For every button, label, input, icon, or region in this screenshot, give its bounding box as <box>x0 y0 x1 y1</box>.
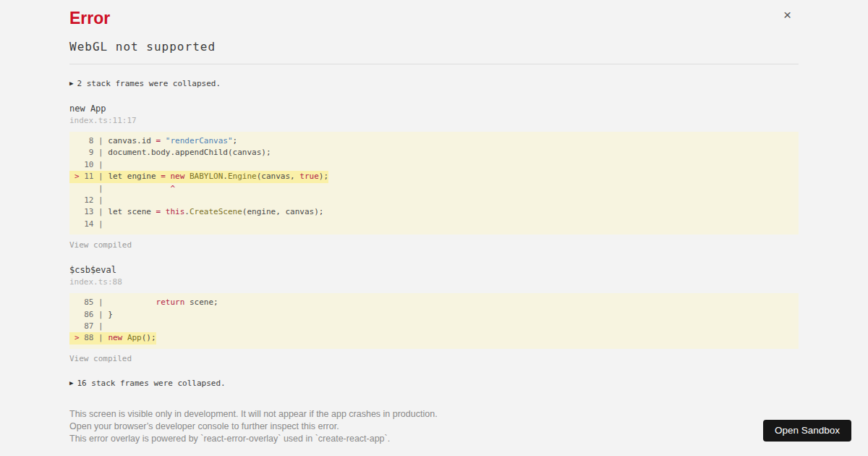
code-line: 12 | <box>69 195 799 206</box>
frame-function-name: $csb$eval <box>69 265 799 275</box>
frame-source-location: index.ts:11:17 <box>69 116 799 125</box>
divider <box>69 64 799 64</box>
open-sandbox-button[interactable]: Open Sandbox <box>763 420 851 442</box>
collapsed-frames-label: 2 stack frames were collapsed. <box>77 79 221 88</box>
code-line: 87 | <box>69 321 799 332</box>
code-line: 13 | let scene = this.CreateScene(engine… <box>69 206 799 218</box>
code-line: > 88 | new App(); <box>69 332 799 344</box>
error-message: WebGL not supported <box>69 40 799 54</box>
stack-frame: new App index.ts:11:17 8 | canvas.id = "… <box>69 104 799 250</box>
expand-arrow-icon: ▶ <box>69 378 73 388</box>
footer-line: This error overlay is powered by `react-… <box>69 433 799 445</box>
collapsed-frames-toggle-top[interactable]: ▶2 stack frames were collapsed. <box>69 78 799 89</box>
code-snippet: 85 | return scene; 86 | } 87 | > 88 | ne… <box>69 293 799 349</box>
code-line: 14 | <box>69 219 799 230</box>
collapsed-frames-toggle-bottom[interactable]: ▶16 stack frames were collapsed. <box>69 378 799 389</box>
code-line: 85 | return scene; <box>69 297 799 308</box>
code-snippet: 8 | canvas.id = "renderCanvas"; 9 | docu… <box>69 132 799 235</box>
error-overlay-dialog: × Error WebGL not supported ▶2 stack fra… <box>69 0 799 445</box>
footer-line: Open your browser’s developer console to… <box>69 421 799 433</box>
view-compiled-link[interactable]: View compiled <box>69 354 799 364</box>
code-line: > 11 | let engine = new BABYLON.Engine(c… <box>69 171 799 182</box>
collapsed-frames-label: 16 stack frames were collapsed. <box>77 379 225 388</box>
code-line: 10 | <box>69 159 799 171</box>
stack-frame: $csb$eval index.ts:88 85 | return scene;… <box>69 265 799 364</box>
frame-function-name: new App <box>69 104 799 114</box>
code-line: 86 | } <box>69 309 799 321</box>
expand-arrow-icon: ▶ <box>69 78 73 88</box>
footer-line: This screen is visible only in developme… <box>69 408 799 421</box>
view-compiled-link[interactable]: View compiled <box>69 240 799 250</box>
frame-source-location: index.ts:88 <box>69 277 799 287</box>
error-title: Error <box>69 9 799 28</box>
code-line: | ^ <box>69 183 799 195</box>
code-line: 8 | canvas.id = "renderCanvas"; <box>69 135 799 147</box>
dev-footer-note: This screen is visible only in developme… <box>69 408 799 445</box>
code-line: 9 | document.body.appendChild(canvas); <box>69 147 799 159</box>
close-icon[interactable]: × <box>783 8 791 22</box>
